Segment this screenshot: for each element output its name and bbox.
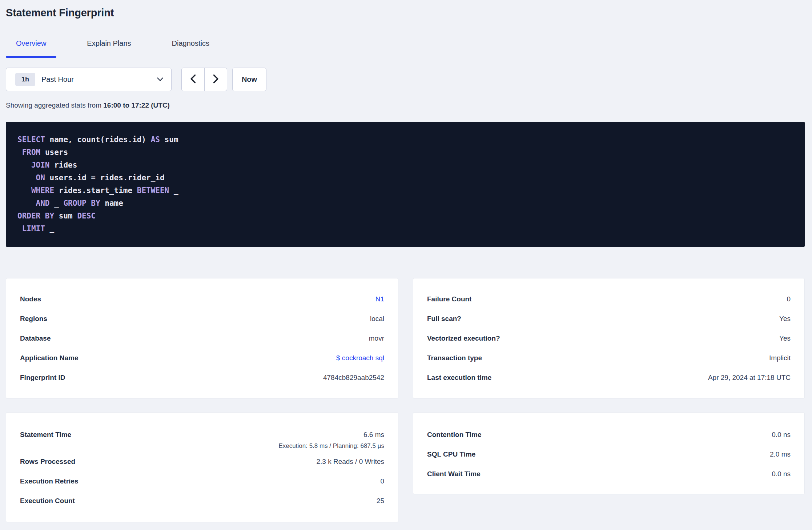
rows-processed-label: Rows Processed	[20, 458, 75, 466]
time-range-label: Past Hour	[41, 75, 74, 84]
full-scan-label: Full scan?	[427, 315, 461, 323]
vectorized-execution-row: Vectorized execution? Yes	[427, 329, 791, 348]
execution-retries-row: Execution Retries 0	[20, 471, 384, 491]
sql-cpu-time-value: 2.0 ms	[770, 450, 791, 458]
next-range-button[interactable]	[204, 68, 227, 91]
rows-processed-row: Rows Processed 2.3 k Reads / 0 Writes	[20, 452, 384, 471]
statement-time-label: Statement Time	[20, 431, 71, 439]
rows-processed-value: 2.3 k Reads / 0 Writes	[316, 458, 384, 466]
wait-times-card: Contention Time 0.0 ns SQL CPU Time 2.0 …	[413, 412, 805, 494]
statement-details-card: Nodes N1 Regions local Database movr App…	[6, 278, 398, 399]
fingerprint-id-label: Fingerprint ID	[20, 374, 65, 382]
summary-prefix: Showing aggregated stats from	[6, 101, 103, 109]
sql-cpu-time-label: SQL CPU Time	[427, 450, 475, 458]
execution-retries-value: 0	[380, 477, 384, 485]
statement-time-row: Statement Time 6.6 ms Execution: 5.8 ms …	[20, 425, 384, 452]
transaction-type-row: Transaction type Implicit	[427, 348, 791, 368]
nodes-label: Nodes	[20, 295, 41, 303]
fingerprint-id-value: 4784cb829aab2542	[323, 374, 384, 382]
execution-retries-label: Execution Retries	[20, 477, 79, 485]
failure-count-row: Failure Count 0	[427, 289, 791, 309]
time-range-pager	[181, 68, 227, 91]
chevron-down-icon	[157, 77, 163, 81]
statement-time-main-line: Statement Time 6.6 ms	[20, 425, 384, 445]
tab-diagnostics-label: Diagnostics	[172, 39, 209, 47]
database-label: Database	[20, 334, 51, 342]
database-row: Database movr	[20, 329, 384, 348]
sql-statement-box: SELECT name, count(rides.id) AS sum FROM…	[6, 122, 805, 247]
regions-value: local	[370, 315, 384, 323]
database-value: movr	[369, 334, 384, 342]
fingerprint-id-row: Fingerprint ID 4784cb829aab2542	[20, 368, 384, 388]
tab-explain-plans[interactable]: Explain Plans	[77, 39, 141, 57]
sql-cpu-time-row: SQL CPU Time 2.0 ms	[427, 445, 791, 464]
chevron-right-icon	[213, 74, 219, 85]
now-button[interactable]: Now	[232, 68, 266, 91]
time-toolbar: 1h Past Hour	[6, 68, 805, 91]
page-title: Statement Fingerprint	[6, 0, 805, 19]
statement-time-value: 6.6 ms	[363, 431, 384, 439]
execution-attributes-card: Failure Count 0 Full scan? Yes Vectorize…	[413, 278, 805, 399]
nodes-value-link[interactable]: N1	[375, 295, 384, 303]
full-scan-value: Yes	[779, 315, 791, 323]
application-name-row: Application Name $ cockroach sql	[20, 348, 384, 368]
vectorized-execution-value: Yes	[779, 334, 791, 342]
transaction-type-label: Transaction type	[427, 354, 482, 362]
tab-bar: Overview Explain Plans Diagnostics	[6, 39, 805, 57]
tab-diagnostics[interactable]: Diagnostics	[162, 39, 220, 57]
overview-cards-grid: Nodes N1 Regions local Database movr App…	[6, 278, 805, 522]
contention-time-row: Contention Time 0.0 ns	[427, 425, 791, 445]
contention-time-label: Contention Time	[427, 431, 482, 439]
tab-overview[interactable]: Overview	[6, 39, 56, 57]
previous-range-button[interactable]	[182, 68, 204, 91]
application-name-label: Application Name	[20, 354, 78, 362]
time-range-badge: 1h	[15, 73, 35, 86]
client-wait-time-value: 0.0 ns	[772, 470, 791, 478]
time-range-dropdown[interactable]: 1h Past Hour	[6, 68, 172, 91]
execution-count-value: 25	[377, 497, 384, 505]
vectorized-execution-label: Vectorized execution?	[427, 334, 500, 342]
last-execution-time-label: Last execution time	[427, 374, 491, 382]
regions-label: Regions	[20, 315, 47, 323]
nodes-row: Nodes N1	[20, 289, 384, 309]
execution-count-label: Execution Count	[20, 497, 75, 505]
statement-times-card: Statement Time 6.6 ms Execution: 5.8 ms …	[6, 412, 398, 522]
transaction-type-value: Implicit	[769, 354, 791, 362]
chevron-left-icon	[190, 74, 196, 85]
failure-count-label: Failure Count	[427, 295, 471, 303]
statement-fingerprint-page: Statement Fingerprint Overview Explain P…	[0, 0, 812, 522]
tab-overview-label: Overview	[16, 39, 46, 47]
tab-explain-plans-label: Explain Plans	[87, 39, 131, 47]
client-wait-time-label: Client Wait Time	[427, 470, 481, 478]
regions-row: Regions local	[20, 309, 384, 329]
failure-count-value: 0	[787, 295, 791, 303]
contention-time-value: 0.0 ns	[772, 431, 791, 439]
full-scan-row: Full scan? Yes	[427, 309, 791, 329]
last-execution-time-row: Last execution time Apr 29, 2024 at 17:1…	[427, 368, 791, 388]
last-execution-time-value: Apr 29, 2024 at 17:18 UTC	[708, 374, 791, 382]
aggregated-stats-summary: Showing aggregated stats from 16:00 to 1…	[6, 101, 805, 109]
summary-time-range: 16:00 to 17:22 (UTC)	[103, 101, 170, 109]
application-name-value-link[interactable]: $ cockroach sql	[336, 354, 384, 362]
execution-count-row: Execution Count 25	[20, 491, 384, 511]
statement-time-breakdown: Execution: 5.8 ms / Planning: 687.5 µs	[20, 442, 384, 452]
client-wait-time-row: Client Wait Time 0.0 ns	[427, 464, 791, 484]
